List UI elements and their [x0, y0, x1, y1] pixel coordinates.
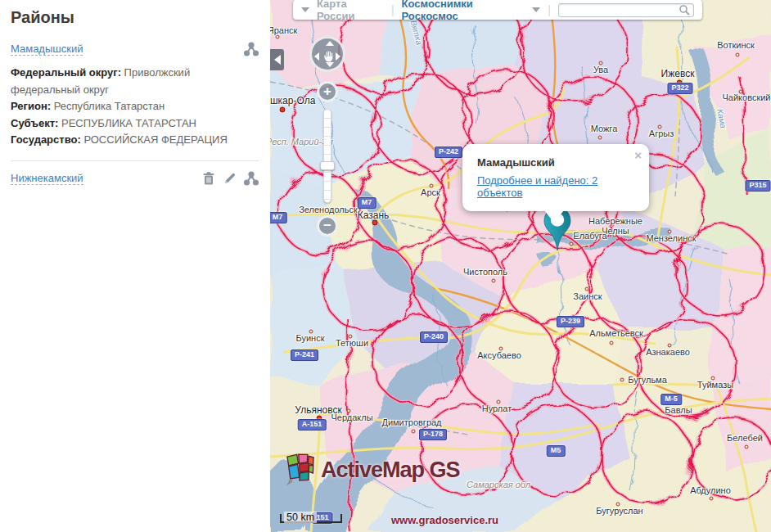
separator: | [391, 3, 395, 16]
attribution-link[interactable]: www.gradoservice.ru [391, 514, 498, 526]
activemap-logo-icon [285, 453, 316, 487]
item-actions [244, 42, 259, 56]
list-item: Мамадышский [11, 42, 259, 56]
separator: | [548, 3, 551, 16]
chevron-down-icon[interactable] [532, 7, 540, 12]
activemap-logo: ActiveMap GS [285, 453, 460, 487]
sidebar-collapse-button[interactable] [270, 49, 284, 70]
share-icon[interactable] [244, 171, 259, 186]
item-actions [201, 171, 259, 186]
pan-up-icon[interactable] [326, 41, 334, 46]
zoom-in-button[interactable]: + [317, 81, 338, 102]
pan-control[interactable] [309, 36, 345, 72]
zoom-out-button[interactable]: − [317, 215, 338, 237]
layer-option-base[interactable]: Карта России [317, 0, 384, 22]
field-row: Государство: РОССИЙСКАЯ ФЕДЕРАЦИЯ [11, 132, 259, 149]
share-icon[interactable] [244, 42, 259, 56]
layer-toolbar: Карта России | Космоснимки Роскосмос | [293, 0, 702, 20]
field-label: Субъект: [11, 117, 58, 129]
field-row: Субъект: РЕСПУБЛИКА ТАТАРСТАН [11, 115, 259, 133]
scale-text: 50 km [284, 512, 317, 523]
trash-icon[interactable] [201, 171, 216, 186]
district-link-mamadyshsky[interactable]: Мамадышский [11, 43, 83, 56]
map-popup: × Мамадышский Подробнее и найдено: 2 объ… [462, 144, 649, 211]
pan-left-icon[interactable] [314, 52, 319, 61]
activemap-logo-text: ActiveMap GS [321, 458, 460, 483]
district-link-nizhnekamsky[interactable]: Нижнекамский [11, 172, 83, 185]
field-value: РЕСПУБЛИКА ТАТАРСТАН [61, 117, 196, 129]
field-value: РОССИЙСКАЯ ФЕДЕРАЦИЯ [83, 133, 227, 146]
search-input[interactable] [562, 5, 679, 16]
field-value: Республика Татарстан [54, 100, 165, 112]
page-title: Районы [11, 8, 259, 27]
divider [11, 160, 259, 161]
field-row: Регион: Республика Татарстан [11, 98, 259, 115]
chevron-left-icon [274, 55, 281, 65]
close-icon[interactable]: × [634, 149, 642, 161]
popup-details-link[interactable]: Подробнее и найдено: 2 объектов [477, 174, 634, 199]
hand-icon [322, 47, 338, 64]
edit-pencil-icon[interactable] [223, 171, 237, 186]
layer-option-active[interactable]: Космоснимки Роскосмос [402, 0, 525, 22]
district-details: Федеральный округ: Приволжский федеральн… [11, 65, 259, 149]
list-item: Нижнекамский [11, 171, 259, 186]
chevron-down-icon[interactable] [301, 7, 309, 12]
popup-tail [544, 210, 564, 223]
field-row: Федеральный округ: Приволжский федеральн… [11, 65, 259, 98]
sidebar: Районы Мамадышский Федеральный округ: Пр… [0, 0, 270, 532]
field-label: Государство: [11, 133, 81, 146]
scale-bar: 50 km [280, 514, 342, 523]
search-icon[interactable] [679, 4, 690, 16]
search-box [558, 3, 694, 17]
field-label: Регион: [11, 100, 51, 112]
zoom-slider-handle[interactable] [320, 161, 335, 170]
activemap-app: Районы Мамадышский Федеральный округ: Пр… [0, 0, 771, 532]
zoom-slider-track[interactable] [323, 109, 331, 203]
field-label: Федеральный округ: [11, 66, 121, 79]
popup-title: Мамадышский [477, 156, 634, 169]
map-viewport: ЯранскУваВоткинскИжевскЧайковскийМожгаАг… [270, 0, 771, 532]
